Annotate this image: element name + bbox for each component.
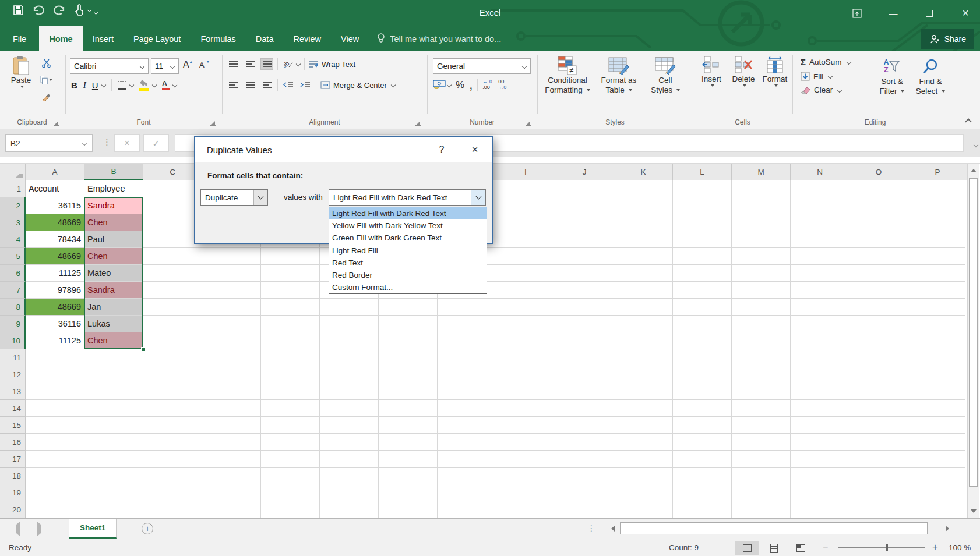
align-right-icon[interactable] <box>260 79 273 91</box>
decrease-decimal-icon[interactable]: .00→.0 <box>497 79 507 91</box>
format-option-5[interactable]: Red Border <box>329 269 487 281</box>
row-header-20[interactable]: 20 <box>0 501 26 518</box>
paste-button[interactable]: Paste <box>6 56 36 88</box>
column-header-I[interactable]: I <box>496 164 555 180</box>
expand-formula-bar-icon[interactable] <box>972 140 978 148</box>
font-name-combo[interactable]: Calibri <box>70 58 149 74</box>
increase-decimal-icon[interactable]: ←.0.00 <box>482 79 492 91</box>
dialog-close-icon[interactable]: × <box>462 137 488 162</box>
alignment-dialog-launcher[interactable] <box>415 120 421 126</box>
format-option-2[interactable]: Green Fill with Dark Green Text <box>329 232 487 244</box>
align-center-icon[interactable] <box>244 79 256 91</box>
cell-B7[interactable]: Sandra <box>84 282 143 299</box>
name-box[interactable]: B2 <box>5 134 93 152</box>
cell-A7[interactable]: 97896 <box>26 282 84 299</box>
tell-me-box[interactable]: Tell me what you want to do... <box>369 26 501 51</box>
cell-B4[interactable]: Paul <box>84 231 143 248</box>
format-option-3[interactable]: Light Red Fill <box>329 245 487 257</box>
zoom-slider-thumb[interactable] <box>886 544 888 551</box>
increase-indent-icon[interactable] <box>299 79 312 91</box>
insert-cells-button[interactable]: Insert <box>696 56 727 87</box>
column-header-B[interactable]: B <box>84 164 143 180</box>
row-header-12[interactable]: 12 <box>0 366 26 383</box>
scroll-right-icon[interactable] <box>943 522 952 536</box>
vertical-scroll-thumb[interactable] <box>969 178 978 487</box>
column-header-O[interactable]: O <box>849 164 908 180</box>
align-left-icon[interactable] <box>227 79 239 91</box>
normal-view-icon[interactable] <box>735 541 759 555</box>
row-header-17[interactable]: 17 <box>0 451 26 468</box>
enter-entry-icon[interactable]: ✓ <box>143 134 169 152</box>
font-color-icon[interactable]: A <box>162 80 170 90</box>
select-all-corner[interactable] <box>0 164 26 180</box>
scroll-down-icon[interactable] <box>968 504 979 518</box>
vertical-scrollbar[interactable] <box>967 164 979 518</box>
row-header-1[interactable]: 1 <box>0 180 26 197</box>
format-option-6[interactable]: Custom Format... <box>329 281 487 293</box>
underline-button[interactable]: U <box>92 80 98 90</box>
fill-color-icon[interactable] <box>139 79 149 91</box>
orientation-icon[interactable]: ab <box>282 58 295 70</box>
format-cells-button[interactable]: Format <box>759 56 791 87</box>
format-painter-icon[interactable] <box>40 91 52 102</box>
fill-button[interactable]: Fill <box>801 72 851 81</box>
tab-home[interactable]: Home <box>39 26 82 51</box>
undo-icon[interactable] <box>32 5 45 15</box>
cell-B5[interactable]: Chen <box>84 248 143 265</box>
autosum-button[interactable]: ΣAutoSum <box>801 57 851 67</box>
align-top-icon[interactable] <box>227 58 239 70</box>
format-option-0[interactable]: Light Red Fill with Dark Red Text <box>329 207 487 219</box>
row-header-15[interactable]: 15 <box>0 417 26 434</box>
sheet-tab-sheet1[interactable]: Sheet1 <box>69 519 117 539</box>
prev-sheet-icon[interactable] <box>16 525 20 533</box>
tab-page-layout[interactable]: Page Layout <box>124 26 191 51</box>
row-header-11[interactable]: 11 <box>0 349 26 366</box>
format-style-dropdown-icon[interactable] <box>471 190 485 205</box>
row-header-2[interactable]: 2 <box>0 197 26 214</box>
zoom-out-icon[interactable]: − <box>823 542 828 553</box>
align-middle-icon[interactable] <box>244 58 256 70</box>
number-dialog-launcher[interactable] <box>526 120 531 126</box>
row-header-8[interactable]: 8 <box>0 299 26 316</box>
cell-A4[interactable]: 78434 <box>26 231 84 248</box>
row-header-19[interactable]: 19 <box>0 484 26 501</box>
align-bottom-icon[interactable] <box>260 58 273 70</box>
percent-style-icon[interactable]: % <box>456 79 464 91</box>
cell-B3[interactable]: Chen <box>84 214 143 231</box>
row-header-13[interactable]: 13 <box>0 383 26 400</box>
clear-button[interactable]: Clear <box>801 86 851 94</box>
column-header-P[interactable]: P <box>908 164 967 180</box>
tab-insert[interactable]: Insert <box>83 26 124 51</box>
redo-icon[interactable] <box>53 5 66 15</box>
cell-B10[interactable]: Chen <box>84 332 143 349</box>
row-header-18[interactable]: 18 <box>0 468 26 484</box>
cancel-entry-icon[interactable]: × <box>114 134 140 152</box>
accounting-format-icon[interactable] <box>433 80 446 91</box>
cell-B6[interactable]: Mateo <box>84 265 143 282</box>
tab-data[interactable]: Data <box>246 26 284 51</box>
tab-scroll-splitter[interactable]: ⋮ <box>587 523 595 533</box>
cell-A1[interactable]: Account <box>26 180 84 197</box>
formula-bar-splitter[interactable]: ⋮ <box>103 137 111 147</box>
new-sheet-button[interactable]: + <box>142 523 153 534</box>
cell-A5[interactable]: 48669 <box>26 248 84 265</box>
row-header-5[interactable]: 5 <box>0 248 26 265</box>
format-option-1[interactable]: Yellow Fill with Dark Yellow Text <box>329 219 487 232</box>
rule-type-dropdown-icon[interactable] <box>253 190 267 205</box>
cell-A9[interactable]: 36116 <box>26 316 84 332</box>
horizontal-scroll-thumb[interactable] <box>620 522 928 534</box>
column-header-A[interactable]: A <box>26 164 84 180</box>
cell-B8[interactable]: Jan <box>84 299 143 316</box>
row-header-14[interactable]: 14 <box>0 400 26 417</box>
touch-mode-dropdown-icon[interactable] <box>87 8 91 12</box>
cell-styles-button[interactable]: Cell Styles <box>644 56 686 95</box>
touch-mode-icon[interactable] <box>74 4 84 16</box>
column-header-K[interactable]: K <box>614 164 673 180</box>
comma-style-icon[interactable]: , <box>469 83 473 88</box>
collapse-ribbon-icon[interactable] <box>965 118 971 125</box>
zoom-in-icon[interactable]: + <box>932 541 938 553</box>
next-sheet-icon[interactable] <box>37 525 41 533</box>
wrap-text-button[interactable]: Wrap Text <box>309 60 355 69</box>
row-header-16[interactable]: 16 <box>0 434 26 451</box>
column-header-M[interactable]: M <box>732 164 791 180</box>
